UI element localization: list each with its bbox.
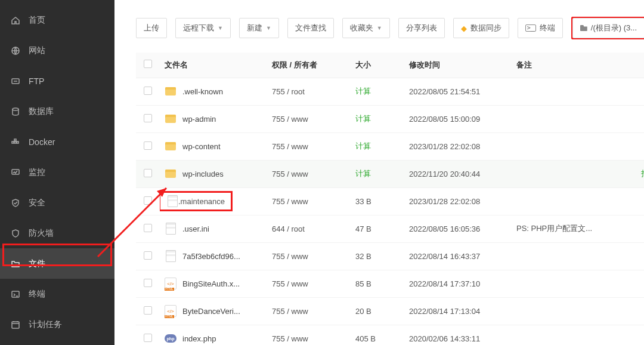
perm-cell: 755 / www — [267, 160, 351, 187]
row-checkbox[interactable] — [144, 306, 152, 315]
size-calc-link[interactable]: 计算 — [355, 141, 371, 150]
size-cell: 计算 — [351, 133, 404, 160]
sidebar-item-7[interactable]: 防火墙 — [0, 218, 114, 248]
new-button[interactable]: 新建▼ — [239, 18, 279, 38]
row-checkbox[interactable] — [144, 334, 152, 342]
note-cell — [512, 105, 613, 133]
sidebar-item-2[interactable]: FTP — [0, 66, 114, 96]
note-cell — [512, 297, 613, 325]
col-name-header[interactable]: 文件名 — [160, 53, 267, 78]
sidebar: 首页网站FTP数据库Docker监控安全防火墙文件终端计划任务 — [0, 0, 114, 345]
svg-rect-5 — [17, 141, 18, 143]
sidebar-item-5[interactable]: 监控 — [0, 157, 114, 187]
table-row[interactable]: BingSiteAuth.x... 755 / www 85 B 2022/08… — [136, 270, 644, 297]
mtime-cell: 2022/11/20 20:40:44 — [404, 160, 512, 187]
chevron-down-icon: ▼ — [218, 25, 223, 31]
size-cell: 计算 — [351, 160, 404, 187]
path-button[interactable]: /(根目录) (3... — [572, 18, 644, 38]
sidebar-item-label: FTP — [29, 76, 44, 86]
data-sync-button[interactable]: 数据同步 — [453, 18, 509, 38]
table-row[interactable]: .maintenance 755 / www 33 B 2023/01/28 2… — [136, 187, 644, 215]
row-checkbox[interactable] — [144, 169, 152, 177]
note-cell — [512, 133, 613, 160]
file-name-label: ByteDanceVeri... — [182, 307, 240, 316]
row-checkbox[interactable] — [144, 114, 152, 122]
size-cell: 405 B — [351, 325, 404, 345]
svg-rect-8 — [12, 291, 19, 297]
table-row[interactable]: wp-content 755 / www 计算 2023/01/28 22:02… — [136, 133, 644, 160]
size-cell: 计算 — [351, 78, 404, 105]
folder-icon — [165, 113, 177, 125]
table-row[interactable]: .user.ini 644 / root 47 B 2022/08/05 16:… — [136, 215, 644, 242]
row-checkbox[interactable] — [144, 196, 152, 205]
table-row[interactable]: ByteDanceVeri... 755 / www 20 B 2022/08/… — [136, 297, 644, 325]
mtime-cell: 2022/08/14 16:43:37 — [404, 242, 512, 270]
size-calc-link[interactable]: 计算 — [355, 87, 371, 96]
mtime-cell: 2022/08/05 15:00:09 — [404, 105, 512, 133]
note-cell — [512, 187, 613, 215]
size-calc-link[interactable]: 计算 — [355, 169, 371, 178]
row-checkbox[interactable] — [144, 279, 152, 287]
html-icon — [165, 305, 177, 317]
select-all-checkbox[interactable] — [144, 60, 152, 68]
globe-icon — [11, 46, 20, 56]
mtime-cell: 2022/08/14 17:13:04 — [404, 297, 512, 325]
file-name-label: wp-includes — [182, 170, 224, 178]
table-row[interactable]: .well-known 755 / root 计算 2022/08/05 21:… — [136, 78, 644, 105]
find-button[interactable]: 文件查找 — [287, 18, 334, 38]
folder-icon — [165, 140, 177, 152]
col-mtime-header[interactable]: 修改时间 — [404, 53, 512, 78]
html-icon — [165, 278, 177, 289]
sidebar-item-3[interactable]: 数据库 — [0, 96, 114, 127]
row-checkbox[interactable] — [144, 251, 152, 260]
sidebar-item-9[interactable]: 终端 — [0, 279, 114, 309]
terminal-button[interactable]: 终端 — [518, 18, 563, 38]
sidebar-item-4[interactable]: Docker — [0, 127, 114, 157]
sidebar-item-6[interactable]: 安全 — [0, 187, 114, 218]
size-calc-link[interactable]: 计算 — [355, 114, 371, 123]
file-icon — [166, 195, 178, 207]
sidebar-item-10[interactable]: 计划任务 — [0, 309, 114, 340]
row-checkbox[interactable] — [144, 87, 152, 95]
sidebar-item-label: 网站 — [29, 45, 45, 56]
table-row[interactable]: 7a5f3eb6cfd96... 755 / www 32 B 2022/08/… — [136, 242, 644, 270]
sidebar-item-0[interactable]: 首页 — [0, 5, 114, 35]
upload-button[interactable]: 上传 — [136, 18, 167, 38]
sidebar-item-label: 终端 — [29, 289, 45, 300]
row-open-action[interactable]: 打开 | — [641, 169, 644, 178]
mtime-cell: 2022/08/05 16:05:36 — [404, 215, 512, 242]
favorites-button[interactable]: 收藏夹▼ — [342, 18, 390, 38]
docker-icon — [11, 137, 20, 147]
main-panel: 上传 远程下载▼ 新建▼ 文件查找 收藏夹▼ 分享列表 数据同步 终端 /(根目… — [114, 0, 644, 345]
size-cell: 85 B — [351, 270, 404, 297]
col-perm-header[interactable]: 权限 / 所有者 — [267, 53, 351, 78]
row-checkbox[interactable] — [144, 141, 152, 150]
mtime-cell: 2022/08/05 21:54:51 — [404, 78, 512, 105]
schedule-icon — [11, 320, 20, 329]
table-header-row: 文件名 权限 / 所有者 大小 修改时间 备注 — [136, 53, 644, 78]
php-icon — [165, 332, 177, 344]
table-row[interactable]: wp-admin 755 / www 计算 2022/08/05 15:00:0… — [136, 105, 644, 133]
mtime-cell: 2023/01/28 22:02:08 — [404, 133, 512, 160]
mtime-cell: 2022/08/14 17:37:10 — [404, 270, 512, 297]
file-name-label: .maintenance — [178, 197, 225, 206]
col-size-header[interactable]: 大小 — [351, 53, 404, 78]
share-list-button[interactable]: 分享列表 — [398, 18, 445, 38]
file-table: 文件名 权限 / 所有者 大小 修改时间 备注 .well-known 755 … — [136, 53, 644, 345]
perm-cell: 755 / www — [267, 133, 351, 160]
sidebar-item-8[interactable]: 文件 — [0, 248, 114, 279]
note-cell: PS: PHP用户配置文... — [512, 215, 613, 242]
size-cell: 计算 — [351, 105, 404, 133]
table-row[interactable]: index.php 755 / www 405 B 2020/02/06 14:… — [136, 325, 644, 345]
row-checkbox[interactable] — [144, 224, 152, 232]
perm-cell: 755 / www — [267, 297, 351, 325]
remote-download-button[interactable]: 远程下载▼ — [175, 18, 231, 38]
highlight-maintenance: .maintenance — [160, 191, 233, 211]
table-row[interactable]: wp-includes 755 / www 计算 2022/11/20 20:4… — [136, 160, 644, 187]
sidebar-item-label: 安全 — [29, 198, 45, 208]
col-note-header[interactable]: 备注 — [512, 53, 613, 78]
highlight-path: /(根目录) (3... — [571, 17, 644, 39]
sidebar-item-1[interactable]: 网站 — [0, 35, 114, 66]
folder-icon — [11, 259, 20, 269]
svg-rect-6 — [14, 139, 16, 141]
